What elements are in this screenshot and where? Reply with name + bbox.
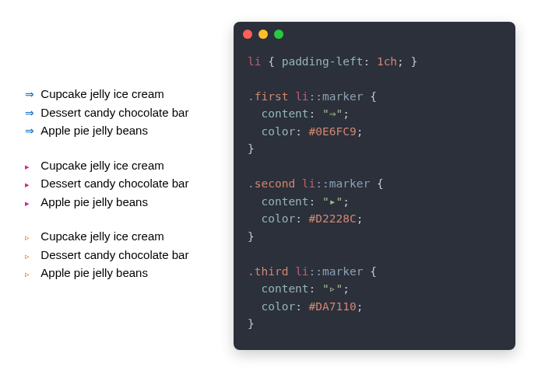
code-token: } <box>248 142 255 155</box>
code-token: : <box>295 125 302 138</box>
code-token: "⇒" <box>322 107 343 120</box>
code-token: { <box>370 265 377 278</box>
code-token: padding-left <box>282 55 364 68</box>
arrow-right-double-icon: ⇒ <box>25 105 40 121</box>
code-token: ; <box>343 282 350 295</box>
list-item: ▹ Apple pie jelly beans <box>19 264 234 282</box>
list-second: ▸ Cupcake jelly ice cream ▸ Dessert cand… <box>19 157 234 212</box>
code-token: #DA7110 <box>309 300 357 313</box>
code-token: content <box>261 107 308 120</box>
code-token: li <box>295 265 308 278</box>
list-item-text: Apple pie jelly beans <box>40 122 148 140</box>
close-icon[interactable] <box>243 30 252 39</box>
list-item: ⇒ Dessert candy chocolate bar <box>19 104 234 122</box>
code-token: : <box>309 195 316 208</box>
code-token: ; <box>357 125 364 138</box>
window-titlebar <box>234 22 515 47</box>
code-token: : <box>363 55 370 68</box>
list-item: ▹ Cupcake jelly ice cream <box>19 228 234 246</box>
code-token: ; <box>343 195 350 208</box>
code-token: 1ch <box>377 55 397 68</box>
code-token: : <box>295 300 302 313</box>
list-item-text: Apple pie jelly beans <box>40 194 148 212</box>
list-item: ▸ Dessert candy chocolate bar <box>19 175 234 193</box>
code-token: { <box>370 90 377 103</box>
list-third: ▹ Cupcake jelly ice cream ▹ Dessert cand… <box>19 228 234 282</box>
code-token: : <box>309 107 316 120</box>
code-token: li <box>302 177 315 190</box>
triangle-right-filled-icon: ▸ <box>25 178 40 191</box>
list-item-text: Dessert candy chocolate bar <box>40 247 188 264</box>
list-item: ⇒ Apple pie jelly beans <box>19 122 234 140</box>
code-token: .third <box>248 265 288 278</box>
code-token: { <box>377 177 384 190</box>
code-token: ; <box>343 107 350 120</box>
rendered-lists-panel: ⇒ Cupcake jelly ice cream ⇒ Dessert cand… <box>0 0 234 392</box>
triangle-right-outline-icon: ▹ <box>25 250 40 263</box>
list-item: ▹ Dessert candy chocolate bar <box>19 247 234 264</box>
list-item: ▸ Apple pie jelly beans <box>19 194 234 212</box>
code-token: ::marker <box>309 265 364 278</box>
code-token: } <box>411 55 418 68</box>
code-token: : <box>309 282 316 295</box>
code-token: li <box>295 90 308 103</box>
code-token: li <box>248 55 261 68</box>
arrow-right-double-icon: ⇒ <box>25 123 40 139</box>
code-block: li { padding-left: 1ch; } .first li::mar… <box>234 47 515 350</box>
list-item-text: Dessert candy chocolate bar <box>40 104 188 122</box>
code-token: #D2228C <box>309 212 357 225</box>
code-token: ; <box>397 55 404 68</box>
triangle-right-outline-icon: ▹ <box>25 231 40 244</box>
code-token: { <box>268 55 275 68</box>
list-item-text: Cupcake jelly ice cream <box>40 86 164 103</box>
list-item-text: Apple pie jelly beans <box>40 264 148 282</box>
list-item: ▸ Cupcake jelly ice cream <box>19 157 234 175</box>
triangle-right-filled-icon: ▸ <box>25 197 40 210</box>
arrow-right-double-icon: ⇒ <box>25 86 40 103</box>
list-item-text: Cupcake jelly ice cream <box>40 228 164 246</box>
code-token: ::marker <box>309 90 364 103</box>
triangle-right-outline-icon: ▹ <box>25 268 40 281</box>
code-token: content <box>261 195 308 208</box>
code-token: "▹" <box>322 282 343 295</box>
code-token: } <box>248 230 255 243</box>
code-token: } <box>248 317 255 330</box>
code-token: ; <box>357 300 364 313</box>
list-first: ⇒ Cupcake jelly ice cream ⇒ Dessert cand… <box>19 86 234 140</box>
code-token: color <box>261 212 295 225</box>
triangle-right-filled-icon: ▸ <box>25 160 40 173</box>
code-token: "▸" <box>322 195 343 208</box>
code-token: color <box>261 125 295 138</box>
code-token: ::marker <box>315 177 370 190</box>
code-token: #0E6FC9 <box>309 125 357 138</box>
code-token: .second <box>248 177 295 190</box>
code-token: content <box>261 282 308 295</box>
list-item-text: Dessert candy chocolate bar <box>40 175 188 193</box>
list-item: ⇒ Cupcake jelly ice cream <box>19 86 234 103</box>
code-token: ; <box>357 212 364 225</box>
minimize-icon[interactable] <box>258 30 268 39</box>
list-item-text: Cupcake jelly ice cream <box>40 157 164 175</box>
code-token: .first <box>248 90 288 103</box>
code-window: li { padding-left: 1ch; } .first li::mar… <box>234 22 515 350</box>
code-token: color <box>261 300 295 313</box>
zoom-icon[interactable] <box>274 30 283 39</box>
code-token: : <box>295 212 302 225</box>
